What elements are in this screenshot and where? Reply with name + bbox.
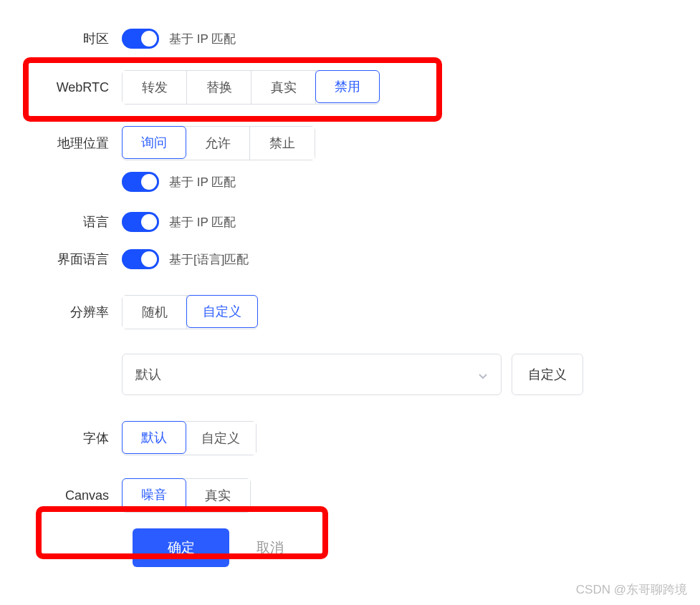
row-geolocation: 地理位置 询问 允许 禁止 [0, 117, 700, 169]
label-font: 字体 [0, 430, 122, 447]
row-resolution: 分辨率 随机 自定义 [0, 278, 700, 338]
watermark: CSDN @东哥聊跨境 [576, 581, 687, 598]
seg-canvas-noise[interactable]: 噪音 [122, 478, 186, 511]
toggle-label-ui-language: 基于[语言]匹配 [169, 251, 249, 268]
seg-canvas-real[interactable]: 真实 [186, 479, 250, 512]
seg-font: 默认 自定义 [122, 421, 256, 455]
label-language: 语言 [0, 213, 122, 231]
seg-webrtc-forward[interactable]: 转发 [123, 71, 187, 104]
btn-resolution-custom[interactable]: 自定义 [512, 354, 583, 395]
row-actions: 确定 取消 [0, 521, 700, 567]
toggle-timezone[interactable] [122, 29, 159, 49]
cancel-button[interactable]: 取消 [256, 538, 284, 557]
label-resolution: 分辨率 [0, 304, 122, 321]
seg-webrtc-real[interactable]: 真实 [251, 71, 316, 104]
toggle-language[interactable] [122, 212, 159, 232]
label-timezone: 时区 [0, 30, 122, 47]
row-geolocation-ipmatch: 基于 IP 匹配 [0, 169, 700, 203]
seg-geolocation: 询问 允许 禁止 [122, 126, 315, 160]
select-resolution-value: 默认 [135, 366, 161, 383]
label-canvas: Canvas [0, 488, 122, 503]
seg-webrtc-disable[interactable]: 禁用 [315, 70, 380, 103]
label-ui-language: 界面语言 [0, 251, 122, 268]
seg-resolution: 随机 自定义 [122, 295, 258, 329]
row-language: 语言 基于 IP 匹配 [0, 203, 700, 241]
toggle-ui-language[interactable] [122, 249, 159, 269]
label-webrtc: WebRTC [0, 80, 122, 95]
seg-res-custom[interactable]: 自定义 [186, 295, 258, 328]
seg-webrtc: 转发 替换 真实 禁用 [122, 70, 380, 105]
row-webrtc: WebRTC 转发 替换 真实 禁用 [0, 57, 700, 117]
row-resolution-select: 默认 自定义 [0, 338, 700, 404]
toggle-label-geolocation: 基于 IP 匹配 [169, 174, 236, 190]
seg-webrtc-replace[interactable]: 替换 [187, 71, 251, 104]
row-ui-language: 界面语言 基于[语言]匹配 [0, 241, 700, 278]
toggle-geolocation[interactable] [122, 172, 159, 192]
seg-canvas: 噪音 真实 [122, 478, 251, 513]
row-font: 字体 默认 自定义 [0, 404, 700, 464]
row-timezone: 时区 基于 IP 匹配 [0, 20, 700, 57]
label-geolocation: 地理位置 [0, 135, 122, 152]
ok-button[interactable]: 确定 [133, 528, 229, 567]
seg-geo-deny[interactable]: 禁止 [250, 127, 315, 160]
seg-font-custom[interactable]: 自定义 [186, 422, 256, 455]
seg-font-default[interactable]: 默认 [122, 421, 186, 454]
toggle-label-timezone: 基于 IP 匹配 [169, 31, 236, 47]
row-canvas: Canvas 噪音 真实 [0, 464, 700, 521]
seg-geo-allow[interactable]: 允许 [186, 127, 250, 160]
toggle-label-language: 基于 IP 匹配 [169, 214, 236, 231]
seg-geo-ask[interactable]: 询问 [122, 126, 186, 159]
select-resolution[interactable]: 默认 [122, 354, 502, 395]
chevron-down-icon [478, 369, 488, 379]
seg-res-random[interactable]: 随机 [123, 296, 187, 329]
